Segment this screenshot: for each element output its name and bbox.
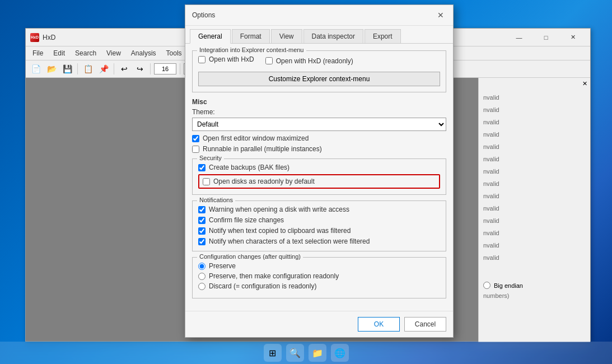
ok-button[interactable]: OK (358, 317, 400, 332)
confirm-size-label: Confirm file size changes (209, 216, 284, 224)
dialog-close-button[interactable]: ✕ (435, 10, 446, 21)
warning-disk-row: Warning when opening a disk with write a… (198, 206, 440, 213)
preserve-readonly-label: Preserve, then make configuration readon… (209, 272, 339, 280)
integration-section: Integration into Explorer context-menu O… (192, 50, 446, 92)
security-section: Security Create backups (BAK files) Open… (192, 158, 446, 195)
list-item: nvalid (481, 251, 588, 264)
list-item: nvalid (481, 116, 588, 128)
toolbar-redo-btn[interactable]: ↪ (133, 62, 147, 76)
open-maximized-label: Open first editor window maximized (203, 134, 309, 142)
open-hxd-readonly-row: Open with HxD (readonly) (265, 55, 353, 66)
taskbar-edge-icon[interactable]: 🌐 (331, 344, 349, 362)
misc-title: Misc (192, 98, 446, 106)
toolbar-bytes-input[interactable] (154, 63, 176, 74)
tab-format[interactable]: Format (232, 29, 270, 43)
tab-export[interactable]: Export (365, 29, 401, 43)
confirm-size-row: Confirm file size changes (198, 216, 440, 224)
app-title-left: HxD HxD (30, 33, 55, 42)
config-changes-section: Configuration changes (after quitting) P… (192, 257, 446, 298)
open-readonly-label: Open disks as readonly by default (213, 178, 315, 185)
maximize-button[interactable]: □ (533, 29, 559, 46)
preserve-label: Preserve (209, 262, 236, 270)
toolbar-new-btn[interactable]: 📄 (29, 62, 43, 76)
list-item: nvalid (481, 141, 588, 153)
options-dialog: Options ✕ General Format View Data inspe… (185, 4, 454, 338)
create-backups-checkbox[interactable] (198, 164, 205, 171)
toolbar-undo-btn[interactable]: ↩ (118, 62, 131, 76)
toolbar-save-btn[interactable]: 💾 (60, 62, 74, 76)
open-maximized-checkbox[interactable] (192, 135, 199, 142)
list-item: nvalid (481, 178, 588, 190)
config-changes-legend: Configuration changes (after quitting) (197, 253, 303, 260)
taskbar-start-icon[interactable]: ⊞ (264, 344, 282, 362)
taskbar-explorer-icon[interactable]: 📁 (309, 344, 326, 362)
right-panel-bottom: Big endian numbers) (479, 277, 590, 304)
create-backups-label: Create backups (BAK files) (209, 164, 289, 171)
notify-clipboard-checkbox[interactable] (198, 227, 205, 235)
menu-edit[interactable]: Edit (49, 48, 69, 59)
open-hxd-row: Open with HxD (198, 55, 254, 63)
menu-view[interactable]: View (102, 48, 125, 59)
open-hxd-readonly-checkbox[interactable] (265, 57, 273, 64)
toolbar-open-btn[interactable]: 📂 (45, 62, 58, 76)
confirm-size-checkbox[interactable] (198, 217, 205, 224)
discard-label: Discard (= configuration is readonly) (209, 282, 316, 290)
list-item: nvalid (481, 91, 588, 104)
list-item: nvalid (481, 128, 588, 141)
preserve-row: Preserve (198, 262, 440, 270)
right-panel-close-btn[interactable]: ✕ (580, 79, 589, 88)
toolbar-separator-4 (180, 63, 180, 74)
integration-legend: Integration into Explorer context-menu (197, 46, 306, 53)
tab-view[interactable]: View (271, 29, 302, 43)
toolbar-separator-3 (150, 63, 151, 74)
menu-file[interactable]: File (28, 48, 48, 59)
cancel-button[interactable]: Cancel (404, 317, 446, 332)
numbers-label: numbers) (483, 292, 586, 299)
dialog-footer: OK Cancel (185, 311, 453, 337)
notify-selection-checkbox[interactable] (198, 238, 205, 245)
app-title: HxD (43, 34, 55, 41)
preserve-readonly-row: Preserve, then make configuration readon… (198, 272, 440, 280)
runnable-parallel-checkbox[interactable] (192, 146, 199, 153)
right-panel-list: nvalid nvalid nvalid nvalid nvalid nvali… (479, 89, 590, 266)
preserve-readonly-radio[interactable] (198, 273, 205, 280)
tab-general[interactable]: General (190, 29, 231, 44)
runnable-parallel-row: Runnable in parallel (multiple instances… (192, 145, 446, 153)
open-hxd-checkbox[interactable] (198, 56, 205, 63)
big-endian-radio[interactable] (483, 282, 490, 289)
dialog-tabs: General Format View Data inspector Expor… (185, 26, 453, 44)
toolbar-paste-btn[interactable]: 📌 (97, 62, 110, 76)
open-readonly-checkbox[interactable] (203, 178, 210, 185)
toolbar-separator-2 (114, 63, 114, 74)
customize-explorer-button[interactable]: Customize Explorer context-menu (198, 72, 440, 86)
taskbar-search-icon[interactable]: 🔍 (286, 344, 304, 362)
dialog-title: Options (192, 11, 215, 19)
theme-label: Theme: (192, 108, 446, 116)
warning-disk-checkbox[interactable] (198, 206, 205, 213)
open-readonly-highlighted-row: Open disks as readonly by default (198, 174, 440, 189)
open-hxd-label: Open with HxD (209, 55, 254, 63)
open-maximized-row: Open first editor window maximized (192, 134, 446, 142)
minimize-button[interactable]: — (506, 29, 532, 46)
app-logo-icon: HxD (30, 33, 39, 42)
list-item: nvalid (481, 190, 588, 202)
runnable-parallel-label: Runnable in parallel (multiple instances… (203, 145, 322, 153)
integration-checkboxes-row: Open with HxD Open with HxD (readonly) (198, 55, 440, 66)
app-close-button[interactable]: ✕ (560, 29, 586, 46)
preserve-radio[interactable] (198, 263, 205, 270)
notify-clipboard-label: Notify when text copied to clipboard was… (209, 227, 351, 235)
discard-row: Discard (= configuration is readonly) (198, 282, 440, 290)
menu-tools[interactable]: Tools (162, 48, 186, 59)
discard-radio[interactable] (198, 283, 205, 290)
menu-search[interactable]: Search (71, 48, 101, 59)
tab-data-inspector[interactable]: Data inspector (303, 29, 363, 43)
toolbar-copy-btn[interactable]: 📋 (81, 62, 95, 76)
theme-select[interactable]: Default Dark Light (192, 118, 446, 131)
warning-disk-label: Warning when opening a disk with write a… (209, 206, 349, 213)
dialog-body: Integration into Explorer context-menu O… (185, 44, 453, 311)
list-item: nvalid (481, 202, 588, 214)
menu-analysis[interactable]: Analysis (127, 48, 161, 59)
toolbar-separator-1 (77, 63, 78, 74)
open-hxd-readonly-label: Open with HxD (readonly) (276, 57, 353, 65)
dialog-titlebar: Options ✕ (185, 5, 453, 26)
